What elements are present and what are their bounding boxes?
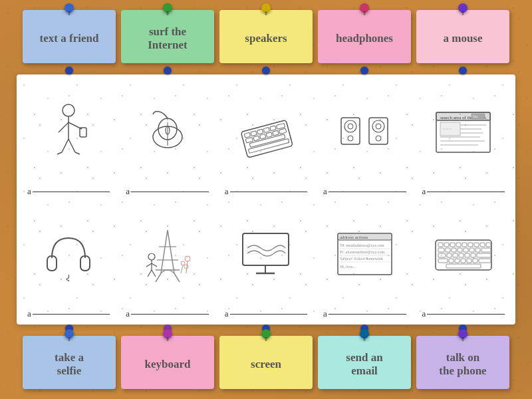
pin-b1 xyxy=(65,329,74,338)
svg-rect-17 xyxy=(263,128,269,133)
svg-line-56 xyxy=(156,273,161,282)
cell-email: address actions To: emailaddress@xyz.com… xyxy=(316,200,413,321)
answer-line-5: a xyxy=(422,186,505,197)
svg-rect-25 xyxy=(279,128,286,134)
sticky-take-selfie[interactable]: take aselfie xyxy=(23,336,116,389)
sticky-headphones[interactable]: headphones xyxy=(318,10,411,63)
svg-line-57 xyxy=(174,273,180,282)
sticky-surf-internet[interactable]: surf theInternet xyxy=(121,10,214,63)
svg-text:Fr: aliasemailtest@xyz.com: Fr: aliasemailtest@xyz.com xyxy=(340,250,385,254)
drawing-person-texting xyxy=(23,81,114,184)
sticky-talk-phone[interactable]: talk onthe phone xyxy=(416,336,509,389)
svg-rect-18 xyxy=(270,126,276,131)
pin-b4 xyxy=(360,329,369,338)
svg-rect-95 xyxy=(438,253,446,257)
svg-line-63 xyxy=(186,261,188,273)
svg-rect-93 xyxy=(475,248,480,252)
svg-rect-99 xyxy=(465,253,469,257)
svg-rect-81 xyxy=(456,243,461,247)
svg-rect-20 xyxy=(245,138,253,143)
svg-line-8 xyxy=(75,152,80,154)
svg-line-6 xyxy=(68,139,75,152)
svg-rect-86 xyxy=(486,243,491,247)
svg-rect-82 xyxy=(462,243,467,247)
sticky-text-friend[interactable]: text a friend xyxy=(23,10,116,63)
drawing-website: search area of the month Go ~ ~ ~ xyxy=(418,81,509,184)
svg-line-7 xyxy=(57,152,62,154)
svg-point-59 xyxy=(181,261,185,265)
cell-website: search area of the month Go ~ ~ ~ a xyxy=(415,78,512,199)
pin-3 xyxy=(261,3,271,13)
svg-point-0 xyxy=(63,104,74,116)
svg-line-5 xyxy=(62,139,68,152)
connector-4 xyxy=(360,66,368,74)
svg-rect-101 xyxy=(477,253,491,257)
svg-rect-19 xyxy=(276,123,285,129)
svg-rect-105 xyxy=(461,259,466,263)
svg-point-33 xyxy=(372,120,384,132)
answer-line-2: a xyxy=(126,186,209,197)
svg-rect-14 xyxy=(244,132,250,138)
answer-line-3: a xyxy=(225,186,308,197)
cell-headphones: a xyxy=(20,200,117,321)
cell-speakers: a xyxy=(316,78,413,199)
svg-line-62 xyxy=(181,265,183,273)
svg-text:To: emailaddress@xyz.com: To: emailaddress@xyz.com xyxy=(340,243,384,247)
svg-rect-102 xyxy=(438,259,448,263)
connector-3 xyxy=(262,66,270,74)
pin-5 xyxy=(458,3,467,13)
svg-rect-49 xyxy=(47,256,57,271)
answer-line-1: a xyxy=(27,186,110,197)
sticky-mouse[interactable]: a mouse xyxy=(416,10,509,63)
sticky-speakers[interactable]: speakers xyxy=(219,10,313,63)
svg-rect-87 xyxy=(438,248,444,252)
svg-rect-91 xyxy=(464,248,468,252)
svg-rect-84 xyxy=(474,243,479,247)
pin-1 xyxy=(65,3,74,13)
cell-screen: a xyxy=(217,200,315,321)
svg-rect-28 xyxy=(341,118,360,144)
drawing-keyboard-top xyxy=(220,81,312,184)
svg-rect-98 xyxy=(459,253,464,257)
drawing-selfie xyxy=(121,203,213,306)
top-connectors xyxy=(7,66,525,74)
sticky-send-email[interactable]: send anemail xyxy=(318,336,411,389)
answer-line-8: a xyxy=(225,309,308,319)
svg-rect-23 xyxy=(266,132,272,138)
svg-rect-15 xyxy=(251,131,257,136)
answer-line-10: a xyxy=(422,309,505,319)
sticky-screen[interactable]: screen xyxy=(219,336,313,389)
svg-rect-108 xyxy=(479,259,491,263)
svg-text:Go: Go xyxy=(473,114,477,118)
svg-text:Subject: School homework: Subject: School homework xyxy=(340,257,383,261)
svg-rect-88 xyxy=(446,248,450,252)
svg-rect-89 xyxy=(452,248,456,252)
connector-2 xyxy=(164,66,172,74)
drawing-headphones xyxy=(23,203,114,306)
svg-rect-22 xyxy=(260,134,266,139)
drawing-screen xyxy=(220,203,312,306)
answer-line-7: a xyxy=(126,309,209,319)
svg-rect-103 xyxy=(449,259,454,263)
board: text a friend surf theInternet speakers … xyxy=(0,0,532,399)
svg-point-29 xyxy=(344,120,356,132)
drawing-email: address actions To: emailaddress@xyz.com… xyxy=(319,203,410,306)
svg-rect-83 xyxy=(468,243,473,247)
svg-point-60 xyxy=(185,256,190,261)
svg-text:~ ~ ~: ~ ~ ~ xyxy=(443,127,452,131)
pin-b3 xyxy=(261,329,271,338)
svg-rect-94 xyxy=(481,248,491,252)
svg-point-30 xyxy=(348,124,353,129)
sticky-keyboard[interactable]: keyboard xyxy=(121,336,214,389)
drawing-speakers xyxy=(319,81,410,184)
cell-selfie: a xyxy=(118,200,215,321)
svg-rect-106 xyxy=(467,259,471,263)
connector-5 xyxy=(459,66,467,74)
svg-rect-107 xyxy=(473,259,477,263)
svg-rect-92 xyxy=(469,248,474,252)
cell-mouse: a xyxy=(118,78,215,199)
svg-rect-16 xyxy=(257,129,263,134)
answer-line-4: a xyxy=(323,186,406,197)
svg-point-31 xyxy=(348,136,353,141)
svg-rect-80 xyxy=(450,243,455,247)
